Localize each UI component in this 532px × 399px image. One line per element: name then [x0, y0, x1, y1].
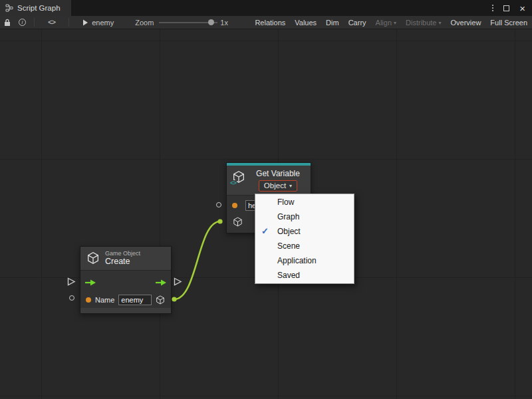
dim-button[interactable]: Dim — [321, 16, 344, 29]
create-flow-output-port[interactable] — [174, 277, 182, 286]
close-button[interactable]: × — [519, 3, 525, 13]
window-menu-button[interactable] — [492, 3, 494, 13]
menu-item-scene[interactable]: Scene — [255, 239, 354, 253]
menu-item-saved[interactable]: Saved — [255, 268, 354, 283]
window-controls: × — [492, 0, 532, 16]
toolbar-separator — [68, 18, 69, 27]
tab-script-graph[interactable]: Script Graph — [0, 0, 71, 16]
graph-toolbar: i <> enemy Zoom 1x Relations Values Dim … — [0, 16, 532, 29]
distribute-button[interactable]: Distribute ▾ — [401, 16, 446, 29]
create-flow-input-port[interactable] — [67, 277, 76, 286]
title-bar: Script Graph × — [0, 0, 532, 16]
code-icon: <> — [48, 19, 55, 27]
node-title: Get Variable — [256, 169, 300, 178]
node-game-object-create[interactable]: Game Object Create Name — [80, 246, 172, 314]
flow-in-arrow-icon[interactable] — [85, 279, 96, 287]
info-button[interactable]: i — [15, 16, 30, 29]
maximize-button[interactable] — [503, 5, 509, 11]
variable-cube-icon: <> — [231, 170, 246, 184]
values-button[interactable]: Values — [290, 16, 321, 29]
get-variable-value-input-port[interactable] — [216, 202, 221, 207]
code-view-button[interactable]: <> — [44, 16, 59, 29]
node-title-block: Get Variable Object ▾ — [250, 169, 306, 192]
name-input-port[interactable] — [86, 297, 91, 303]
node-title: Create — [105, 257, 140, 266]
node-title-block: Game Object Create — [105, 250, 140, 267]
name-row: Name — [80, 292, 171, 308]
menu-item-graph[interactable]: Graph — [255, 209, 354, 224]
flow-out-arrow-icon[interactable] — [156, 279, 166, 287]
node-category: Game Object — [105, 250, 140, 257]
create-name-value-port[interactable] — [69, 295, 74, 301]
code-badge-icon: <> — [229, 180, 237, 187]
info-icon: i — [19, 19, 26, 26]
check-icon: ✓ — [261, 224, 269, 239]
menu-item-object[interactable]: ✓ Object — [255, 224, 354, 239]
lock-button[interactable] — [0, 16, 15, 29]
zoom-value: 1x — [220, 19, 228, 27]
variable-scope-dropdown[interactable]: Object ▾ — [259, 180, 297, 192]
menu-item-application[interactable]: Application — [255, 253, 354, 268]
script-graph-icon — [5, 4, 13, 12]
chevron-down-icon: ▾ — [289, 183, 292, 189]
name-input-port[interactable] — [232, 203, 237, 208]
tab-title: Script Graph — [17, 4, 61, 12]
object-input-port-icon[interactable] — [232, 216, 243, 227]
graph-name: enemy — [92, 19, 114, 27]
node-body: Name — [80, 270, 171, 308]
graph-breadcrumb[interactable]: enemy — [78, 19, 118, 27]
script-graph-window: { "window": { "tab_title": "Script Graph… — [0, 0, 532, 399]
variable-scope-menu: Flow Graph ✓ Object Scene Application Sa… — [255, 194, 354, 284]
menu-item-flow[interactable]: Flow — [255, 195, 354, 209]
game-object-cube-icon — [86, 251, 100, 265]
flow-row — [80, 276, 171, 289]
scope-value: Object — [264, 182, 286, 190]
zoom-slider-handle[interactable] — [208, 19, 214, 25]
lock-icon — [4, 19, 11, 27]
chevron-down-icon: ▾ — [439, 20, 442, 26]
toolbar-buttons: Relations Values Dim Carry Align ▾ Distr… — [250, 16, 532, 29]
carry-button[interactable]: Carry — [344, 16, 371, 29]
name-label: Name — [95, 296, 114, 304]
node-header[interactable]: <> Get Variable Object ▾ — [227, 166, 311, 195]
zoom-label: Zoom — [135, 19, 154, 27]
game-object-output-port-icon[interactable] — [155, 295, 166, 305]
toolbar-separator — [34, 18, 35, 27]
overview-button[interactable]: Overview — [446, 16, 486, 29]
relations-button[interactable]: Relations — [250, 16, 290, 29]
node-header[interactable]: Game Object Create — [80, 247, 171, 270]
align-button[interactable]: Align ▾ — [371, 16, 401, 29]
full-screen-button[interactable]: Full Screen — [485, 16, 532, 29]
graph-owner-icon — [82, 19, 88, 26]
name-input[interactable] — [118, 295, 152, 305]
zoom-slider[interactable] — [159, 18, 217, 27]
chevron-down-icon: ▾ — [394, 20, 396, 26]
